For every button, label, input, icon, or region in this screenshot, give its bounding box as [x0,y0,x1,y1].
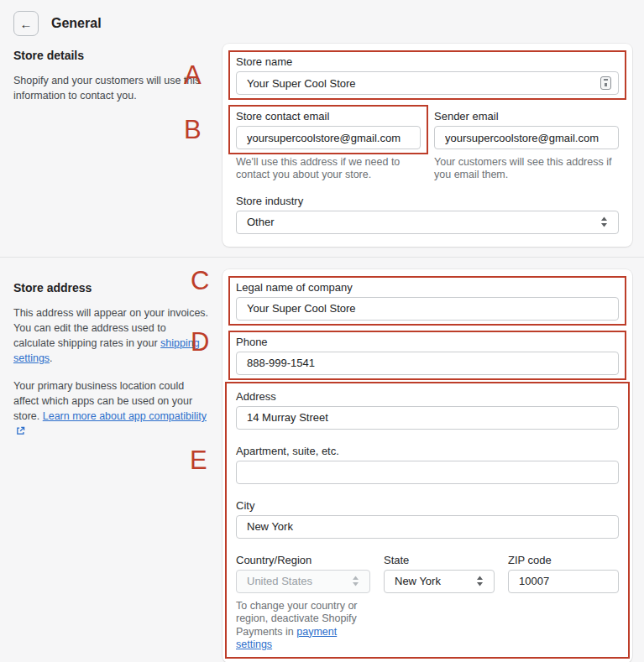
state-value: New York [395,575,441,587]
back-button[interactable]: ← [13,11,39,36]
store-contact-email-label: Store contact email [236,110,421,122]
phone-field-group: Phone [236,336,619,375]
external-link-icon [16,426,25,435]
store-industry-field-group: Store industry Other [236,195,619,234]
address-block: Address Apartment, suite, etc. City Coun… [236,390,619,652]
store-contact-email-column: Store contact email We'll use this addre… [236,110,421,182]
annotation-letter-d: D [191,329,209,355]
apartment-field-group: Apartment, suite, etc. [236,445,619,484]
store-details-card: Store name Store contact email We'll use… [223,44,632,247]
address-field-group: Address [236,390,619,430]
city-label: City [236,499,619,512]
annotation-letter-c: C [191,268,209,294]
sender-email-column: Sender email Your customers will see thi… [434,110,619,182]
select-caret-icon [352,576,359,586]
city-field-group: City [236,499,619,539]
address-input[interactable] [236,406,619,430]
country-select: United States [236,570,370,593]
store-name-label: Store name [236,55,619,68]
store-industry-select[interactable]: Other [236,211,619,234]
app-compatibility-link[interactable]: Learn more about app compatibility [43,410,207,422]
legal-name-field-group: Legal name of company [236,281,619,321]
email-fields-row: Store contact email We'll use this addre… [236,110,619,182]
store-name-field-group: Store name [236,55,619,95]
annotation-letter-e: E [190,447,207,473]
select-caret-icon [476,576,484,586]
store-details-description: Shopify and your customers will use this… [13,73,210,104]
store-industry-label: Store industry [236,195,619,207]
store-address-heading: Store address [13,281,207,295]
store-address-description-1-period: . [50,352,52,364]
address-label: Address [236,390,619,403]
zip-label: ZIP code [508,554,619,566]
city-input[interactable] [236,515,619,539]
zip-column: ZIP code [508,554,619,652]
sender-email-input[interactable] [434,126,619,149]
sender-email-label: Sender email [434,110,619,122]
country-help-text: To change your country or region, deacti… [236,600,370,652]
zip-input[interactable] [508,570,619,593]
store-name-input[interactable] [236,71,619,95]
store-contact-email-group: Store contact email [236,110,421,149]
autofill-icon[interactable] [600,76,611,90]
page-title: General [51,16,102,31]
store-industry-value: Other [247,216,275,228]
store-details-heading: Store details [13,49,207,62]
store-contact-email-help: We'll use this address if we need to con… [236,156,421,182]
arrow-left-icon: ← [20,17,33,31]
state-column: State New York [384,554,495,652]
state-select[interactable]: New York [384,570,495,593]
state-label: State [384,554,495,566]
store-address-description-1: This address will appear on your invoice… [13,305,210,367]
annotation-letter-a: A [184,62,202,88]
select-caret-icon [600,216,608,227]
country-state-zip-row: Country/Region United States To change y… [236,554,619,652]
apartment-label: Apartment, suite, etc. [236,445,619,457]
phone-label: Phone [236,336,619,348]
page-header: ← General [0,0,644,44]
country-value: United States [247,575,312,587]
store-address-section: C D E Store address This address will ap… [0,269,644,662]
legal-name-label: Legal name of company [236,281,619,294]
general-settings-page: ← General A B Store details Shopify and … [0,0,644,662]
country-column: Country/Region United States To change y… [236,554,370,652]
store-address-card: Legal name of company Phone Address Apar… [223,269,632,662]
annotation-letter-b: B [184,117,202,143]
phone-input[interactable] [236,352,619,375]
store-contact-email-input[interactable] [236,126,421,149]
sender-email-group: Sender email [434,110,619,149]
apartment-input[interactable] [236,461,619,484]
store-details-section: A B Store details Shopify and your custo… [0,44,644,247]
section-divider [0,257,644,258]
sender-email-help: Your customers will see this address if … [434,156,619,182]
country-label: Country/Region [236,554,370,566]
store-address-description-2: Your primary business location could aff… [13,378,210,440]
legal-name-input[interactable] [236,297,619,321]
store-address-left-column: Store address This address will appear o… [13,269,223,451]
